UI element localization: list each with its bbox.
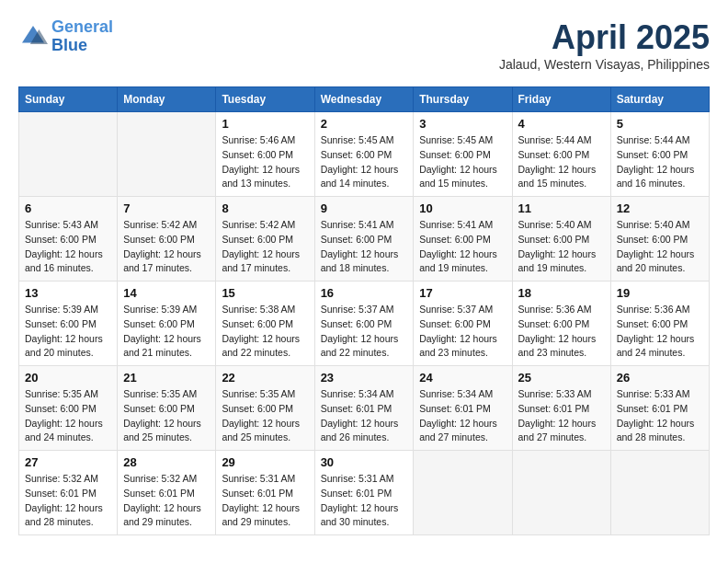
day-info: Sunrise: 5:33 AMSunset: 6:01 PMDaylight:… <box>518 387 605 445</box>
day-number: 28 <box>123 455 210 469</box>
week-row-2: 6Sunrise: 5:43 AMSunset: 6:00 PMDaylight… <box>19 197 710 282</box>
calendar-cell: 24Sunrise: 5:34 AMSunset: 6:01 PMDayligh… <box>414 366 512 451</box>
day-number: 24 <box>419 371 506 385</box>
calendar-cell: 3Sunrise: 5:45 AMSunset: 6:00 PMDaylight… <box>414 112 512 197</box>
day-info: Sunrise: 5:44 AMSunset: 6:00 PMDaylight:… <box>617 133 703 191</box>
day-info: Sunrise: 5:43 AMSunset: 6:00 PMDaylight:… <box>25 218 111 276</box>
calendar-cell <box>512 451 610 535</box>
calendar-cell: 26Sunrise: 5:33 AMSunset: 6:01 PMDayligh… <box>610 366 709 451</box>
day-number: 15 <box>222 286 308 300</box>
day-info: Sunrise: 5:42 AMSunset: 6:00 PMDaylight:… <box>123 218 210 276</box>
day-info: Sunrise: 5:45 AMSunset: 6:00 PMDaylight:… <box>321 133 408 191</box>
logo-icon <box>18 22 48 52</box>
calendar-cell: 12Sunrise: 5:40 AMSunset: 6:00 PMDayligh… <box>610 197 709 282</box>
weekday-header-tuesday: Tuesday <box>216 87 314 112</box>
day-number: 27 <box>25 455 111 469</box>
calendar-cell: 10Sunrise: 5:41 AMSunset: 6:00 PMDayligh… <box>414 197 512 282</box>
calendar-table: SundayMondayTuesdayWednesdayThursdayFrid… <box>18 86 710 535</box>
calendar-cell: 7Sunrise: 5:42 AMSunset: 6:00 PMDaylight… <box>118 197 216 282</box>
day-info: Sunrise: 5:40 AMSunset: 6:00 PMDaylight:… <box>518 218 605 276</box>
week-row-1: 1Sunrise: 5:46 AMSunset: 6:00 PMDaylight… <box>19 112 710 197</box>
calendar-cell: 20Sunrise: 5:35 AMSunset: 6:00 PMDayligh… <box>19 366 118 451</box>
calendar-cell: 19Sunrise: 5:36 AMSunset: 6:00 PMDayligh… <box>610 282 709 366</box>
calendar-cell: 4Sunrise: 5:44 AMSunset: 6:00 PMDaylight… <box>512 112 610 197</box>
day-info: Sunrise: 5:42 AMSunset: 6:00 PMDaylight:… <box>222 218 308 276</box>
calendar-cell: 9Sunrise: 5:41 AMSunset: 6:00 PMDaylight… <box>314 197 414 282</box>
day-info: Sunrise: 5:37 AMSunset: 6:00 PMDaylight:… <box>419 303 506 361</box>
day-info: Sunrise: 5:44 AMSunset: 6:00 PMDaylight:… <box>518 133 605 191</box>
weekday-header-saturday: Saturday <box>610 87 709 112</box>
day-number: 19 <box>617 286 703 300</box>
day-info: Sunrise: 5:34 AMSunset: 6:01 PMDaylight:… <box>321 387 408 445</box>
day-number: 22 <box>222 371 308 385</box>
title-block: April 2025 Jalaud, Western Visayas, Phil… <box>499 18 710 72</box>
calendar-cell: 17Sunrise: 5:37 AMSunset: 6:00 PMDayligh… <box>414 282 512 366</box>
day-info: Sunrise: 5:36 AMSunset: 6:00 PMDaylight:… <box>617 303 703 361</box>
day-number: 12 <box>617 201 703 215</box>
day-number: 9 <box>321 201 408 215</box>
calendar-cell: 18Sunrise: 5:36 AMSunset: 6:00 PMDayligh… <box>512 282 610 366</box>
day-info: Sunrise: 5:31 AMSunset: 6:01 PMDaylight:… <box>222 472 308 530</box>
day-info: Sunrise: 5:41 AMSunset: 6:00 PMDaylight:… <box>321 218 408 276</box>
weekday-header-sunday: Sunday <box>19 87 118 112</box>
week-row-5: 27Sunrise: 5:32 AMSunset: 6:01 PMDayligh… <box>19 451 710 535</box>
week-row-3: 13Sunrise: 5:39 AMSunset: 6:00 PMDayligh… <box>19 282 710 366</box>
day-info: Sunrise: 5:38 AMSunset: 6:00 PMDaylight:… <box>222 303 308 361</box>
day-info: Sunrise: 5:39 AMSunset: 6:00 PMDaylight:… <box>123 303 210 361</box>
calendar-cell: 5Sunrise: 5:44 AMSunset: 6:00 PMDaylight… <box>610 112 709 197</box>
day-number: 10 <box>419 201 506 215</box>
weekday-header-thursday: Thursday <box>414 87 512 112</box>
calendar-cell: 29Sunrise: 5:31 AMSunset: 6:01 PMDayligh… <box>216 451 314 535</box>
day-number: 16 <box>321 286 408 300</box>
day-info: Sunrise: 5:35 AMSunset: 6:00 PMDaylight:… <box>25 387 111 445</box>
day-info: Sunrise: 5:31 AMSunset: 6:01 PMDaylight:… <box>321 472 408 530</box>
day-number: 26 <box>617 371 703 385</box>
day-number: 18 <box>518 286 605 300</box>
calendar-cell: 1Sunrise: 5:46 AMSunset: 6:00 PMDaylight… <box>216 112 314 197</box>
calendar-cell <box>19 112 118 197</box>
day-number: 20 <box>25 371 111 385</box>
calendar-cell: 6Sunrise: 5:43 AMSunset: 6:00 PMDaylight… <box>19 197 118 282</box>
calendar-cell <box>610 451 709 535</box>
day-info: Sunrise: 5:46 AMSunset: 6:00 PMDaylight:… <box>222 133 308 191</box>
day-info: Sunrise: 5:35 AMSunset: 6:00 PMDaylight:… <box>123 387 210 445</box>
day-number: 29 <box>222 455 308 469</box>
day-number: 1 <box>222 117 308 131</box>
weekday-header-wednesday: Wednesday <box>314 87 414 112</box>
calendar-cell: 2Sunrise: 5:45 AMSunset: 6:00 PMDaylight… <box>314 112 414 197</box>
day-info: Sunrise: 5:40 AMSunset: 6:00 PMDaylight:… <box>617 218 703 276</box>
week-row-4: 20Sunrise: 5:35 AMSunset: 6:00 PMDayligh… <box>19 366 710 451</box>
day-number: 14 <box>123 286 210 300</box>
calendar-cell: 30Sunrise: 5:31 AMSunset: 6:01 PMDayligh… <box>314 451 414 535</box>
day-number: 5 <box>617 117 703 131</box>
day-number: 25 <box>518 371 605 385</box>
calendar-cell: 21Sunrise: 5:35 AMSunset: 6:00 PMDayligh… <box>118 366 216 451</box>
day-number: 13 <box>25 286 111 300</box>
calendar-cell: 14Sunrise: 5:39 AMSunset: 6:00 PMDayligh… <box>118 282 216 366</box>
day-number: 8 <box>222 201 308 215</box>
weekday-header-friday: Friday <box>512 87 610 112</box>
calendar-title: April 2025 <box>499 18 710 57</box>
calendar-cell <box>118 112 216 197</box>
day-number: 3 <box>419 117 506 131</box>
day-info: Sunrise: 5:33 AMSunset: 6:01 PMDaylight:… <box>617 387 703 445</box>
calendar-cell: 22Sunrise: 5:35 AMSunset: 6:00 PMDayligh… <box>216 366 314 451</box>
day-number: 7 <box>123 201 210 215</box>
day-info: Sunrise: 5:41 AMSunset: 6:00 PMDaylight:… <box>419 218 506 276</box>
calendar-cell: 23Sunrise: 5:34 AMSunset: 6:01 PMDayligh… <box>314 366 414 451</box>
day-info: Sunrise: 5:35 AMSunset: 6:00 PMDaylight:… <box>222 387 308 445</box>
page-header: General Blue April 2025 Jalaud, Western … <box>18 18 710 72</box>
day-info: Sunrise: 5:32 AMSunset: 6:01 PMDaylight:… <box>25 472 111 530</box>
calendar-cell: 8Sunrise: 5:42 AMSunset: 6:00 PMDaylight… <box>216 197 314 282</box>
logo-text: General Blue <box>51 18 113 55</box>
day-number: 30 <box>321 455 408 469</box>
weekday-header-monday: Monday <box>118 87 216 112</box>
calendar-cell: 13Sunrise: 5:39 AMSunset: 6:00 PMDayligh… <box>19 282 118 366</box>
day-number: 6 <box>25 201 111 215</box>
day-number: 2 <box>321 117 408 131</box>
day-info: Sunrise: 5:34 AMSunset: 6:01 PMDaylight:… <box>419 387 506 445</box>
day-info: Sunrise: 5:37 AMSunset: 6:00 PMDaylight:… <box>321 303 408 361</box>
day-number: 21 <box>123 371 210 385</box>
day-number: 23 <box>321 371 408 385</box>
day-number: 17 <box>419 286 506 300</box>
